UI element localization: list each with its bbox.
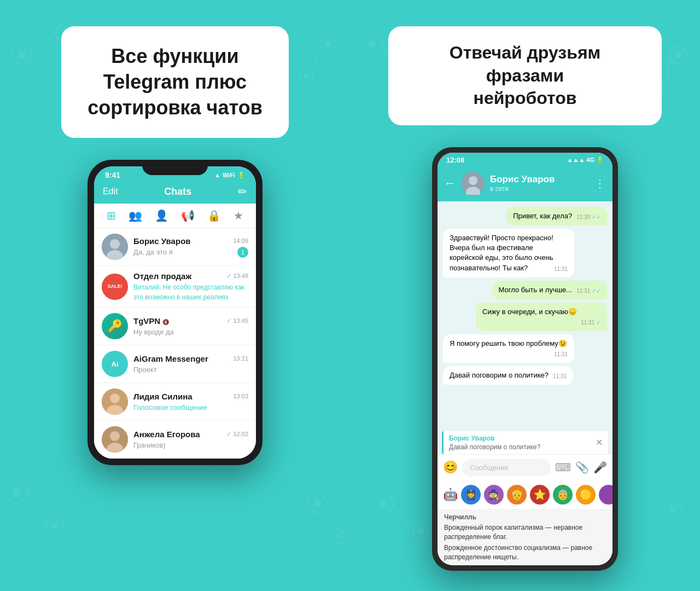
filter-all[interactable]: ⊞ — [107, 209, 116, 222]
svg-point-13 — [52, 523, 57, 528]
chat-time-vpn: ✓ 13:45 — [226, 317, 248, 325]
unread-badge-boris: 1 — [237, 247, 248, 258]
chat-time-aigram: 13:21 — [233, 355, 248, 362]
chat-preview-aigram: Проект — [133, 366, 157, 374]
bot-add-icon[interactable]: 🤖 — [443, 488, 458, 502]
chat-preview-angela: Грачиков) — [133, 441, 166, 449]
chat-time-sales: ✓ 13:48 — [226, 273, 248, 280]
svg-line-19 — [317, 513, 339, 530]
svg-point-39 — [373, 494, 393, 513]
chat-item-sales[interactable]: SALE! Отдел продаж ✓ 13:48 Виталий: Не о… — [94, 266, 256, 308]
filter-personal[interactable]: 👤 — [155, 209, 168, 222]
bot-name: Черчилль — [444, 513, 606, 521]
svg-point-10 — [5, 482, 27, 503]
voice-button[interactable]: 🎤 — [593, 461, 607, 474]
reply-preview: Борис Уваров Давай поговорим о политике?… — [442, 431, 608, 454]
chat-item-lidia[interactable]: Лидия Силина 13:03 Голосовое сообщение — [94, 383, 256, 421]
svg-point-29 — [362, 34, 382, 54]
chat-item-vpn[interactable]: 🔑 TgVPN 🔇 ✓ 13:45 Ну вроде да — [94, 308, 256, 345]
message-input[interactable]: Сообщение — [462, 459, 551, 476]
left-panel: Все функции Telegram плюс сортировка чат… — [0, 0, 350, 591]
bot-avatar-3[interactable]: 👴 — [507, 485, 527, 505]
message-4: Сижу в очереди, и скучаю😞 11:31 ✓ — [476, 303, 607, 331]
bot-avatar-6[interactable]: 🟡 — [576, 485, 596, 505]
chat-item-aigram[interactable]: Ai AiGram Messenger 13:21 Проект — [94, 345, 256, 383]
svg-point-5 — [320, 36, 336, 52]
input-bar: 😊 Сообщение ⌨ 📎 🎤 — [438, 454, 612, 480]
svg-point-41 — [413, 523, 429, 538]
svg-point-11 — [13, 489, 20, 496]
android-frame: 12:08 ▲▲▲ 4G 🔋 ← — [432, 147, 618, 571]
attach-button[interactable]: 📎 — [575, 461, 589, 474]
chat-item-boris[interactable]: Борис Уваров 14:09 Да, да это я 1 — [94, 228, 256, 266]
chat-content-lidia: Лидия Силина 13:03 Голосовое сообщение — [133, 392, 248, 412]
svg-line-43 — [393, 503, 413, 531]
reply-author: Борис Уваров — [449, 434, 540, 442]
bot-section: Черчилль Врожденный порок капитализма — … — [438, 509, 612, 565]
emoji-button[interactable]: 😊 — [443, 460, 458, 474]
right-phone: 12:08 ▲▲▲ 4G 🔋 ← — [432, 147, 618, 571]
message-6: Давай поговорим о политике? 11:31 — [443, 366, 573, 385]
chat-name-vpn: TgVPN 🔇 — [133, 316, 169, 326]
svg-point-44 — [664, 500, 681, 518]
chat-item-angela[interactable]: Анжела Егорова ✓ 12:02 Грачиков) — [94, 421, 256, 459]
nav-edit-button[interactable]: Edit — [103, 187, 118, 196]
more-options-button[interactable]: ⋮ — [594, 177, 606, 190]
svg-point-35 — [675, 52, 681, 57]
iphone-screen: 9:41 ▲ WiFi 🔋 Edit Chats ✏ ⊞ 👥 — [94, 166, 256, 459]
chat-content-sales: Отдел продаж ✓ 13:48 Виталий: Не особо п… — [133, 271, 248, 302]
iphone-frame: 9:41 ▲ WiFi 🔋 Edit Chats ✏ ⊞ 👥 — [88, 160, 262, 465]
filter-locked[interactable]: 🔒 — [207, 209, 221, 222]
message-1: Привет, как дела? 11:30 ✓✓ — [506, 207, 607, 225]
chat-time-angela: ✓ 12:02 — [226, 431, 248, 438]
message-3: Могло быть и лучше... 11:31 ✓✓ — [492, 281, 607, 299]
iphone-notch — [142, 160, 208, 175]
android-chat-header: ← Борис Уваров в сети ⋮ — [438, 167, 612, 201]
chat-time-lidia: 13:03 — [233, 393, 248, 399]
svg-point-45 — [670, 506, 675, 512]
svg-point-8 — [304, 74, 308, 79]
android-screen: 12:08 ▲▲▲ 4G 🔋 ← — [438, 153, 612, 565]
bot-row: 🤖 👮 🧙 👴 ⭐ 👵 🟡 — [438, 480, 612, 509]
avatar-boris — [102, 234, 128, 260]
chat-content-aigram: AiGram Messenger 13:21 Проект — [133, 354, 248, 374]
chat-preview-vpn: Ну вроде да — [133, 328, 174, 336]
title-text-right: Отвечай друзьям фразами нейроботов — [415, 42, 635, 110]
compose-icon[interactable]: ✏ — [238, 185, 247, 198]
chat-list: Борис Уваров 14:09 Да, да это я 1 — [94, 228, 256, 459]
close-reply-button[interactable]: ✕ — [596, 437, 603, 448]
svg-point-21 — [110, 239, 120, 249]
title-card-right: Отвечай друзьям фразами нейроботов — [388, 26, 662, 125]
bot-text-2: Врожденное достоинство социализма — равн… — [444, 543, 606, 562]
filter-groups[interactable]: 👥 — [129, 209, 142, 222]
chat-name-lidia: Лидия Силина — [133, 392, 192, 401]
filter-starred[interactable]: ★ — [234, 209, 243, 222]
svg-line-38 — [668, 55, 669, 81]
ios-nav-bar: Edit Chats ✏ — [94, 182, 256, 204]
chat-name-boris: Борис Уваров — [133, 236, 191, 246]
chat-time-boris: 14:09 — [233, 237, 248, 244]
svg-point-6 — [325, 41, 331, 47]
title-text-left: Все функции Telegram плюс сортировка чат… — [88, 44, 262, 120]
bot-avatar-4[interactable]: ⭐ — [530, 485, 550, 505]
back-button[interactable]: ← — [444, 176, 456, 190]
avatar-vpn: 🔑 — [102, 313, 128, 339]
filter-broadcast[interactable]: 📢 — [181, 209, 195, 222]
svg-point-17 — [332, 530, 346, 543]
keyboard-button[interactable]: ⌨ — [555, 461, 571, 474]
svg-point-30 — [369, 40, 375, 47]
message-2: Здравствуй! Просто прекрасно! Вчера был … — [443, 229, 574, 277]
bot-avatar-5[interactable]: 👵 — [553, 485, 573, 505]
android-status-bar: 12:08 ▲▲▲ 4G 🔋 — [438, 153, 612, 167]
bot-avatar-7[interactable] — [599, 485, 612, 505]
svg-point-12 — [46, 517, 63, 534]
bot-avatar-1[interactable]: 👮 — [461, 485, 481, 505]
svg-line-9 — [313, 44, 320, 70]
svg-point-27 — [110, 431, 120, 441]
svg-line-14 — [27, 493, 46, 525]
message-5: Я помогу решить твою проблему😉 11:31 — [443, 334, 574, 363]
status-icons: ▲ WiFi 🔋 — [214, 172, 245, 179]
chat-content-boris: Борис Уваров 14:09 Да, да это я 1 — [133, 236, 248, 258]
bot-avatar-2[interactable]: 🧙 — [484, 485, 504, 505]
svg-point-40 — [380, 500, 386, 507]
